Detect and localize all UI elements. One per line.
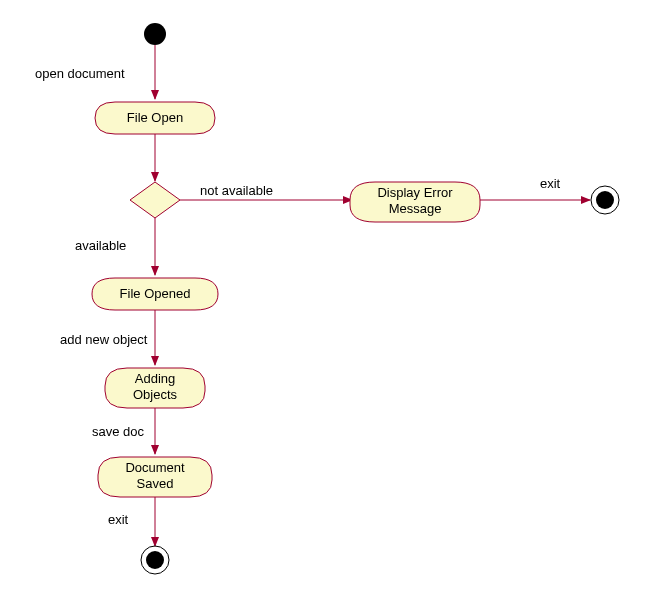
node-display-error: Display Error Message xyxy=(350,182,480,222)
node-document-saved: Document Saved xyxy=(98,457,212,497)
node-display-error-label-2: Message xyxy=(389,201,442,216)
node-document-saved-label-1: Document xyxy=(125,460,185,475)
label-available: available xyxy=(75,238,126,253)
node-adding-objects: Adding Objects xyxy=(105,368,205,408)
initial-state xyxy=(144,23,166,45)
label-add-new-object: add new object xyxy=(60,332,148,347)
label-save-doc: save doc xyxy=(92,424,145,439)
node-adding-objects-label-1: Adding xyxy=(135,371,175,386)
node-file-opened: File Opened xyxy=(92,278,218,310)
label-open-document: open document xyxy=(35,66,125,81)
label-not-available: not available xyxy=(200,183,273,198)
node-file-opened-label: File Opened xyxy=(120,286,191,301)
final-state-right-inner xyxy=(596,191,614,209)
node-file-open-label: File Open xyxy=(127,110,183,125)
label-exit-left: exit xyxy=(108,512,129,527)
final-state-bottom-inner xyxy=(146,551,164,569)
node-adding-objects-label-2: Objects xyxy=(133,387,178,402)
node-document-saved-label-2: Saved xyxy=(137,476,174,491)
activity-diagram: open document File Open not available Di… xyxy=(0,0,668,605)
node-file-open: File Open xyxy=(95,102,215,134)
node-display-error-label-1: Display Error xyxy=(377,185,453,200)
label-exit-right: exit xyxy=(540,176,561,191)
decision-node xyxy=(130,182,180,218)
